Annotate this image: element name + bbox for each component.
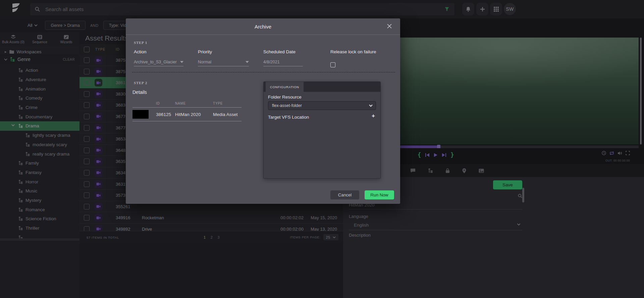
asset-thumbnail xyxy=(132,110,149,119)
details-type-value: Media Asset xyxy=(213,112,238,117)
action-select[interactable]: Archive_to_S3_Glacier xyxy=(134,58,183,66)
run-now-button[interactable]: Run Now xyxy=(365,190,394,199)
archive-modal: Archive STEP 1 Action Priority Scheduled… xyxy=(126,18,400,204)
modal-title: Archive xyxy=(126,18,400,35)
details-divider xyxy=(132,121,241,121)
caret-down-icon xyxy=(246,61,249,63)
details-label: Details xyxy=(132,90,147,95)
modal-header: Archive xyxy=(126,18,400,35)
target-vfs-label: Target VFS Location xyxy=(268,115,309,120)
chevron-down-icon xyxy=(369,104,373,107)
release-lock-checkbox[interactable] xyxy=(330,62,335,67)
add-vfs-location-icon[interactable]: + xyxy=(372,113,375,119)
caret-down-icon xyxy=(180,61,183,63)
folder-resource-select[interactable]: flex-asset-folder xyxy=(268,101,376,110)
app-root: SW All Genre > Drama AND Type: Video + A… xyxy=(0,0,644,298)
details-name-value: HitMan 2020 xyxy=(175,112,201,117)
tab-configuration[interactable]: CONFIGURATION xyxy=(266,82,304,92)
step-separator xyxy=(132,72,395,72)
scheduled-date-input[interactable]: 4/8/2021 xyxy=(263,58,303,66)
scheduled-date-label: Scheduled Date xyxy=(263,49,296,54)
details-col-name: NAME xyxy=(175,102,186,105)
details-divider xyxy=(132,107,241,108)
details-col-id: ID xyxy=(156,102,160,105)
priority-label: Priority xyxy=(198,49,212,54)
folder-resource-label: Folder Resource xyxy=(268,95,302,100)
details-id-value: 386125 xyxy=(156,112,171,117)
config-tab-strip: CONFIGURATION xyxy=(264,82,380,92)
configuration-panel: CONFIGURATION Folder Resource flex-asset… xyxy=(263,81,381,179)
action-label: Action xyxy=(134,49,147,54)
release-lock-label: Release lock on failure xyxy=(330,49,376,54)
step1-label: STEP 1 xyxy=(134,41,147,45)
cancel-button[interactable]: Cancel xyxy=(330,190,359,199)
details-col-type: TYPE xyxy=(213,102,223,105)
step2-label: STEP 2 xyxy=(134,81,147,85)
priority-select[interactable]: Normal xyxy=(198,58,249,66)
close-icon[interactable] xyxy=(387,23,393,29)
